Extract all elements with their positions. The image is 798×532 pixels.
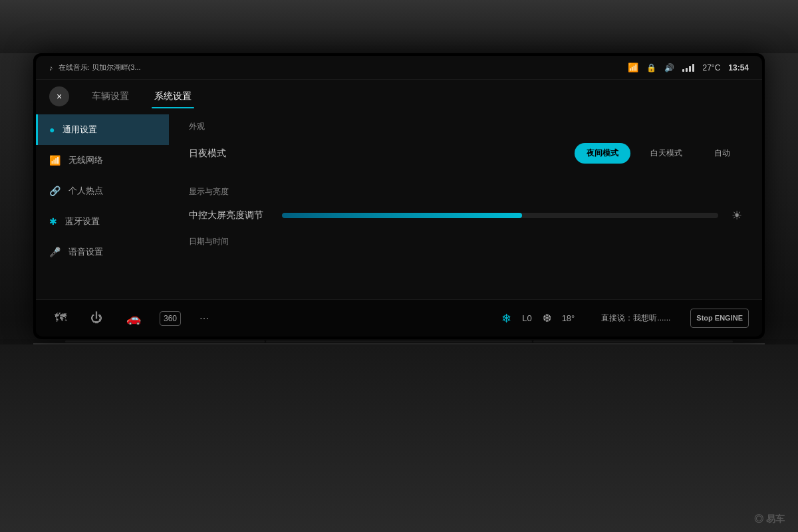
time-label: 13:54 xyxy=(728,63,749,72)
tab-vehicle-settings[interactable]: 车辆设置 xyxy=(89,85,132,108)
music-label: 在线音乐: 贝加尔湖畔(3... xyxy=(59,63,141,72)
brightness-row: 中控大屏亮度调节 ☀ xyxy=(189,208,742,223)
brightness-fill xyxy=(282,213,522,218)
temperature-label: 27°C xyxy=(702,63,720,72)
sidebar-label-voice: 语音设置 xyxy=(68,246,103,258)
snowflake-icon: ❄ xyxy=(501,311,511,326)
fan-icon[interactable]: ❆ xyxy=(543,312,551,325)
wifi-nav-icon: 📶 xyxy=(49,155,61,166)
sidebar-label-general: 通用设置 xyxy=(63,124,97,136)
status-bar: ♪ 在线音乐: 贝加尔湖畔(3... 📶 🔒 🔊 27°C 13:54 xyxy=(36,56,762,80)
sidebar-label-wireless: 无线网络 xyxy=(68,154,103,166)
ac-icon[interactable]: ❄ xyxy=(501,311,511,326)
stripe-center xyxy=(266,340,532,342)
climate-controls: ❄ L0 ❆ 18° xyxy=(501,311,575,326)
car-home-icon[interactable]: 🚗 xyxy=(121,306,146,331)
sidebar-label-bluetooth: 蓝牙设置 xyxy=(65,215,100,227)
fan-spin-icon: ❆ xyxy=(543,312,551,325)
sidebar: ● 通用设置 📶 无线网络 🔗 个人热点 ✱ xyxy=(36,108,169,299)
auto-mode-button[interactable]: 自动 xyxy=(702,143,742,164)
bottom-frame: ◎ 易车 xyxy=(0,339,798,532)
tab-bar: × 车辆设置 系统设置 xyxy=(36,80,762,108)
day-mode-button[interactable]: 白天模式 xyxy=(638,143,694,164)
day-night-mode-row: 日夜模式 夜间模式 白天模式 自动 xyxy=(189,143,742,170)
watermark: ◎ 易车 xyxy=(754,513,785,525)
stop-engine-label: Stop ENGINE xyxy=(696,313,743,323)
status-right: 📶 🔒 🔊 27°C 13:54 xyxy=(628,63,749,72)
brightness-track xyxy=(282,213,718,218)
dashboard-bottom: ◎ 易车 xyxy=(0,344,798,532)
lock-icon: 🔒 xyxy=(646,63,656,72)
volume-icon: 🔊 xyxy=(664,63,674,72)
brightness-label: 中控大屏亮度调节 xyxy=(189,209,269,221)
mic-nav-icon: 🎤 xyxy=(49,247,61,257)
mode-buttons: 夜间模式 白天模式 自动 xyxy=(575,143,742,164)
brightness-slider[interactable] xyxy=(282,213,718,218)
sidebar-label-hotspot: 个人热点 xyxy=(68,185,103,197)
360-button[interactable]: 360 xyxy=(160,311,181,326)
top-bezel xyxy=(0,0,798,53)
signal-bars xyxy=(682,64,694,72)
map-icon[interactable]: 🗺 xyxy=(49,306,72,331)
night-mode-button[interactable]: 夜间模式 xyxy=(575,143,630,164)
fan-level-label: L0 xyxy=(522,313,531,323)
status-left: ♪ 在线音乐: 贝加尔湖畔(3... xyxy=(49,63,141,72)
music-icon: ♪ xyxy=(49,64,53,72)
power-icon[interactable]: ⏻ xyxy=(85,306,108,331)
appearance-section-title: 外观 xyxy=(189,121,742,132)
fan-level-item[interactable]: L0 xyxy=(522,313,531,323)
settings-panel: 外观 日夜模式 夜间模式 白天模式 自动 显示与亮度 xyxy=(169,108,762,299)
sidebar-item-hotspot[interactable]: 🔗 个人热点 xyxy=(36,176,169,206)
content-area: ● 通用设置 📶 无线网络 🔗 个人热点 ✱ xyxy=(36,108,762,299)
bluetooth-nav-icon: ✱ xyxy=(49,216,57,227)
stripe-right xyxy=(533,340,733,342)
voice-prompt: 直接说：我想听...... xyxy=(601,313,670,324)
date-section-title: 日期与时间 xyxy=(189,236,742,247)
screen-bezel: ♪ 在线音乐: 贝加尔湖畔(3... 📶 🔒 🔊 27°C 13:54 xyxy=(33,53,765,339)
car-frame: ♪ 在线音乐: 贝加尔湖畔(3... 📶 🔒 🔊 27°C 13:54 xyxy=(0,0,798,532)
apps-icon[interactable]: ⋯ xyxy=(194,308,215,329)
day-night-mode-label: 日夜模式 xyxy=(189,148,269,160)
sidebar-item-bluetooth[interactable]: ✱ 蓝牙设置 xyxy=(36,206,169,237)
main-content: × 车辆设置 系统设置 ● 通用设置 xyxy=(36,80,762,299)
bottom-strip xyxy=(33,339,765,344)
hotspot-nav-icon: 🔗 xyxy=(49,186,61,196)
main-screen: ♪ 在线音乐: 贝加尔湖畔(3... 📶 🔒 🔊 27°C 13:54 xyxy=(36,56,762,336)
sidebar-item-voice[interactable]: 🎤 语音设置 xyxy=(36,237,169,267)
stripe-left xyxy=(65,340,265,342)
sidebar-item-wireless[interactable]: 📶 无线网络 xyxy=(36,145,169,176)
climate-temp: 18° xyxy=(562,313,575,323)
sun-icon: ☀ xyxy=(732,208,742,223)
display-section-title: 显示与亮度 xyxy=(189,186,742,198)
wifi-icon: 📶 xyxy=(628,63,638,72)
sidebar-item-general[interactable]: ● 通用设置 xyxy=(36,114,169,145)
general-icon: ● xyxy=(49,124,55,135)
stop-engine-button[interactable]: Stop ENGINE xyxy=(690,309,749,327)
close-button[interactable]: × xyxy=(49,86,69,106)
brightness-section: 显示与亮度 中控大屏亮度调节 ☀ xyxy=(189,186,742,223)
taskbar: 🗺 ⏻ 🚗 360 ⋯ ❄ L0 ❆ 18 xyxy=(36,299,762,336)
tab-system-settings[interactable]: 系统设置 xyxy=(152,85,194,108)
temp-label[interactable]: 18° xyxy=(562,313,575,323)
